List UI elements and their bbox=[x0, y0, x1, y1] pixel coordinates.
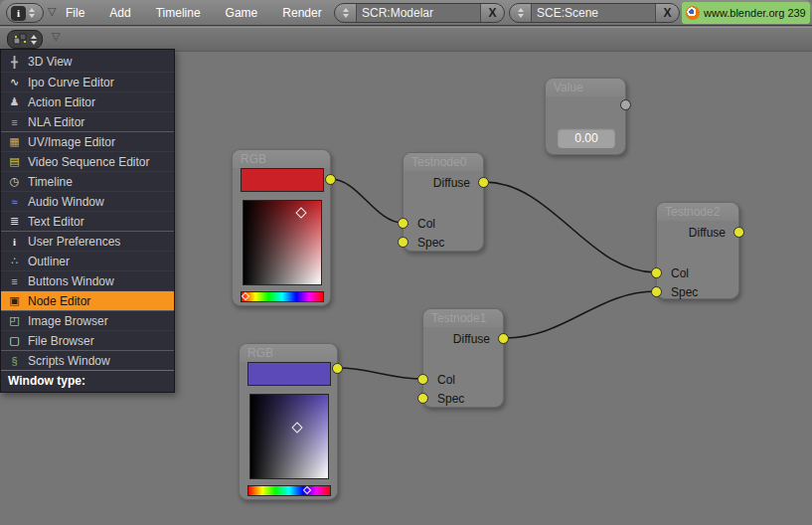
rgb-top-hue-bar[interactable] bbox=[241, 291, 324, 302]
node-title: Value bbox=[546, 79, 625, 96]
picker-cursor[interactable] bbox=[292, 422, 303, 433]
menu-game[interactable]: Game bbox=[226, 6, 258, 20]
wire-rgbbottom-to-testnode1 bbox=[338, 368, 422, 379]
screen-name-field[interactable]: SCR:Modelar bbox=[357, 4, 480, 22]
value-number-field[interactable]: 0.00 bbox=[558, 128, 615, 148]
scene-name-field[interactable]: SCE:Scene bbox=[532, 4, 655, 22]
menu-item-text-editor[interactable]: ≣Text Editor bbox=[1, 211, 174, 231]
menu-item-scripts-window[interactable]: §Scripts Window bbox=[1, 350, 174, 370]
uv-image-icon: ▦ bbox=[6, 135, 23, 148]
node-title: Testnode1 bbox=[423, 309, 503, 327]
text-editor-icon: ≣ bbox=[6, 215, 23, 228]
rgb-top-color-picker[interactable] bbox=[243, 200, 322, 285]
stepper-icon bbox=[29, 8, 35, 18]
menu-timeline[interactable]: Timeline bbox=[156, 6, 201, 20]
menu-item-ipo-curve-editor[interactable]: ∿Ipo Curve Editor bbox=[1, 72, 174, 91]
scene-selector: SCE:Scene X bbox=[509, 3, 680, 23]
node-editor-icon bbox=[13, 33, 28, 46]
menu-item-node-editor[interactable]: ▣Node Editor bbox=[1, 290, 174, 310]
hue-cursor[interactable] bbox=[303, 486, 311, 494]
node-value[interactable]: Value 0.00 bbox=[545, 78, 626, 155]
output-label-diffuse: Diffuse bbox=[453, 332, 490, 346]
rgb-top-swatch[interactable] bbox=[241, 168, 324, 192]
rgb-bottom-hue-bar[interactable] bbox=[247, 485, 331, 496]
scene-browse-button[interactable] bbox=[510, 4, 532, 22]
wire-testnode0-to-testnode2 bbox=[484, 182, 656, 272]
node-testnode2[interactable]: Testnode2 Diffuse Col Spec bbox=[656, 202, 739, 299]
menu-item-image-browser[interactable]: ◰Image Browser bbox=[1, 310, 174, 330]
testnode1-spec-socket[interactable] bbox=[417, 393, 428, 404]
rgb-bottom-swatch[interactable] bbox=[247, 362, 331, 386]
menu-item-video-sequence-editor[interactable]: ▤Video Sequence Editor bbox=[1, 151, 174, 171]
menu-item-label: UV/Image Editor bbox=[28, 135, 115, 149]
rgb-bottom-color-picker[interactable] bbox=[249, 394, 329, 479]
hue-cursor[interactable] bbox=[242, 292, 249, 300]
action-icon: ♟ bbox=[6, 95, 23, 108]
menu-item-outliner[interactable]: ∴Outliner bbox=[1, 251, 174, 270]
node-testnode1[interactable]: Testnode1 Diffuse Col Spec bbox=[422, 308, 504, 408]
node-title: Testnode0 bbox=[404, 153, 483, 171]
input-label-col: Col bbox=[417, 217, 435, 231]
menu-item-action-editor[interactable]: ♟Action Editor bbox=[1, 91, 174, 111]
menu-item-buttons-window[interactable]: ≡Buttons Window bbox=[1, 270, 174, 290]
rgb-top-output-socket[interactable] bbox=[325, 174, 336, 185]
testnode2-spec-socket[interactable] bbox=[651, 286, 662, 297]
testnode1-diffuse-socket[interactable] bbox=[498, 333, 509, 344]
testnode0-spec-socket[interactable] bbox=[398, 237, 408, 248]
screen-selector: SCR:Modelar X bbox=[334, 3, 505, 23]
node-title: RGB bbox=[233, 150, 330, 168]
blender-window: i ▽ File Add Timeline Game Render Help S… bbox=[0, 0, 812, 525]
main-header-bar: i ▽ File Add Timeline Game Render Help S… bbox=[0, 0, 812, 26]
picker-cursor[interactable] bbox=[296, 208, 307, 219]
scene-delete-button[interactable]: X bbox=[655, 4, 679, 22]
node-editor-icon: ▣ bbox=[6, 294, 23, 307]
input-label-spec: Spec bbox=[417, 236, 444, 250]
menu-item-file-browser[interactable]: ▢File Browser bbox=[1, 330, 174, 350]
node-rgb-bottom[interactable]: RGB bbox=[239, 343, 338, 500]
menu-add[interactable]: Add bbox=[109, 6, 130, 20]
menu-item-nla-editor[interactable]: ≡NLA Editor bbox=[1, 111, 174, 131]
menu-item-3d-view[interactable]: ╋3D View bbox=[1, 52, 174, 72]
editor-collapse-icon[interactable]: ▽ bbox=[52, 30, 60, 43]
window-type-button[interactable] bbox=[7, 30, 43, 49]
menu-item-audio-window[interactable]: ≈Audio Window bbox=[1, 191, 174, 211]
menu-item-label: File Browser bbox=[28, 334, 94, 348]
node-title: RGB bbox=[240, 344, 337, 362]
output-label-diffuse: Diffuse bbox=[689, 226, 726, 240]
header-collapse-icon[interactable]: ▽ bbox=[48, 5, 56, 18]
file-browser-icon: ▢ bbox=[6, 334, 23, 347]
testnode1-col-socket[interactable] bbox=[417, 374, 428, 385]
ipo-curve-icon: ∿ bbox=[6, 76, 23, 88]
rgb-bottom-output-socket[interactable] bbox=[332, 363, 343, 374]
screen-browse-button[interactable] bbox=[335, 4, 357, 22]
node-rgb-top[interactable]: RGB bbox=[232, 149, 331, 306]
outliner-icon: ∴ bbox=[6, 255, 23, 267]
menu-item-label: Buttons Window bbox=[28, 274, 114, 288]
menu-item-label: User Preferences bbox=[28, 235, 120, 249]
3d-view-icon: ╋ bbox=[6, 56, 23, 69]
value-output-socket[interactable] bbox=[620, 99, 631, 110]
nla-icon: ≡ bbox=[6, 116, 23, 128]
input-label-col: Col bbox=[437, 373, 455, 387]
menu-item-label: 3D View bbox=[28, 55, 72, 69]
menu-item-label: Timeline bbox=[28, 175, 73, 189]
window-type-button-info[interactable]: i bbox=[6, 3, 44, 23]
menu-item-label: Node Editor bbox=[28, 294, 90, 308]
window-type-menu-title: Window type: bbox=[1, 370, 174, 392]
menu-render[interactable]: Render bbox=[282, 6, 321, 20]
wire-testnode1-to-testnode2 bbox=[504, 291, 656, 338]
testnode2-col-socket[interactable] bbox=[651, 267, 662, 278]
menu-item-uv-image-editor[interactable]: ▦UV/Image Editor bbox=[1, 131, 174, 151]
menu-item-label: Video Sequence Editor bbox=[28, 155, 150, 169]
testnode2-diffuse-socket[interactable] bbox=[733, 227, 744, 238]
buttons-window-icon: ≡ bbox=[6, 275, 23, 287]
screen-delete-button[interactable]: X bbox=[480, 4, 504, 22]
menu-item-timeline[interactable]: ◷Timeline bbox=[1, 171, 174, 191]
testnode0-diffuse-socket[interactable] bbox=[478, 177, 489, 188]
testnode0-col-socket[interactable] bbox=[398, 218, 408, 229]
menu-file[interactable]: File bbox=[66, 6, 84, 20]
stepper-icon bbox=[31, 35, 37, 45]
node-testnode0[interactable]: Testnode0 Diffuse Col Spec bbox=[403, 152, 484, 252]
menu-item-user-preferences[interactable]: iUser Preferences bbox=[1, 231, 174, 251]
output-label-diffuse: Diffuse bbox=[433, 176, 470, 190]
